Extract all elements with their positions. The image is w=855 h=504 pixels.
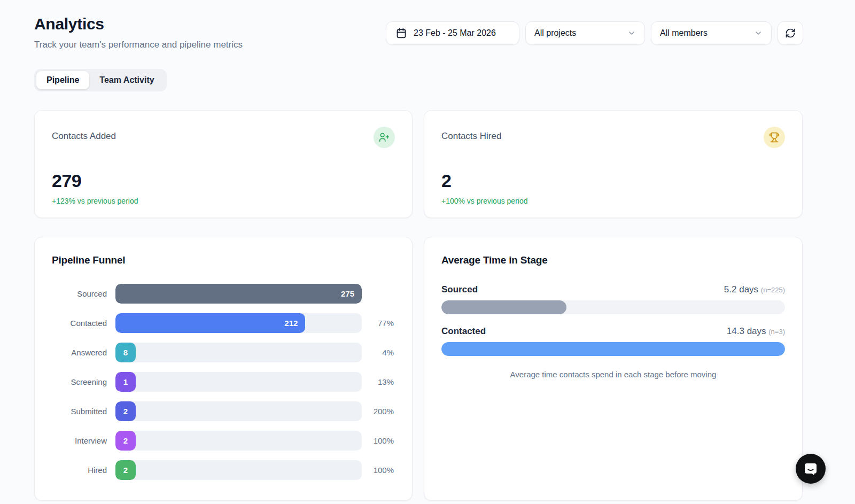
funnel-bar-track: 212 xyxy=(115,313,362,333)
time-stages: Sourced 5.2 days (n=225) Contacted 14.3 … xyxy=(441,284,785,356)
funnel-bar[interactable]: 8 xyxy=(115,343,136,362)
pipeline-funnel-card: Pipeline Funnel Sourced 275 Contacted 21… xyxy=(34,237,413,501)
refresh-icon xyxy=(785,28,796,38)
chevron-down-icon xyxy=(754,29,763,37)
funnel-bar[interactable]: 1 xyxy=(115,372,136,392)
time-stage: Sourced 5.2 days (n=225) xyxy=(441,284,785,314)
time-stage: Contacted 14.3 days (n=3) xyxy=(441,326,785,356)
time-stage-sample-size: (n=225) xyxy=(761,286,785,294)
funnel-stage-label: Submitted xyxy=(52,407,107,416)
chat-widget-button[interactable] xyxy=(796,454,826,484)
members-filter-value: All members xyxy=(660,28,708,38)
funnel-rows: Sourced 275 Contacted 212 77% Answered 8… xyxy=(52,284,395,480)
funnel-stage-label: Interview xyxy=(52,436,107,445)
funnel-stage-label: Sourced xyxy=(52,289,107,298)
analytics-page: Analytics Track your team's performance … xyxy=(0,0,855,504)
funnel-stage-label: Contacted xyxy=(52,319,107,328)
date-range-button[interactable]: 23 Feb - 25 Mar 2026 xyxy=(386,21,519,45)
user-plus-icon xyxy=(374,127,395,148)
funnel-bar[interactable]: 2 xyxy=(115,431,136,451)
time-bar-track xyxy=(441,342,785,356)
stat-delta: +123% vs previous period xyxy=(52,197,395,205)
members-filter-select[interactable]: All members xyxy=(651,21,772,45)
time-stage-label: Contacted xyxy=(441,326,486,337)
funnel-row: Sourced 275 xyxy=(52,284,395,304)
page-title: Analytics xyxy=(34,15,104,33)
view-tabs: Pipeline Team Activity xyxy=(34,69,167,91)
header-controls: 23 Feb - 25 Mar 2026 All projects All me… xyxy=(386,21,803,45)
stat-label: Contacts Added xyxy=(52,127,116,142)
funnel-conversion-pct: 4% xyxy=(362,348,395,357)
funnel-bar-value: 275 xyxy=(341,289,354,298)
time-stage-sample-size: (n=3) xyxy=(768,328,785,336)
refresh-button[interactable] xyxy=(778,21,803,45)
funnel-row: Submitted 2 200% xyxy=(52,401,395,421)
funnel-bar-track: 8 xyxy=(115,343,362,362)
funnel-bar[interactable]: 2 xyxy=(115,460,136,480)
funnel-bar-value: 2 xyxy=(123,407,128,416)
funnel-bar[interactable]: 275 xyxy=(115,284,362,304)
funnel-bar-track: 275 xyxy=(115,284,362,304)
funnel-bar-value: 1 xyxy=(123,377,128,386)
time-stage-value: 5.2 days (n=225) xyxy=(724,284,785,295)
funnel-row: Interview 2 100% xyxy=(52,431,395,451)
tab-team-activity[interactable]: Team Activity xyxy=(89,71,164,89)
stat-value: 2 xyxy=(441,170,785,191)
funnel-conversion-pct: 200% xyxy=(362,407,395,416)
funnel-conversion-pct: 13% xyxy=(362,377,395,386)
time-stage-label: Sourced xyxy=(441,284,478,295)
funnel-bar-track: 2 xyxy=(115,401,362,421)
funnel-bar-value: 212 xyxy=(284,319,298,328)
chevron-down-icon xyxy=(627,29,636,37)
time-bar[interactable] xyxy=(441,300,566,314)
funnel-conversion-pct: 100% xyxy=(362,436,395,445)
stat-delta: +100% vs previous period xyxy=(441,197,785,205)
stat-label: Contacts Hired xyxy=(441,127,501,142)
funnel-bar-track: 1 xyxy=(115,372,362,392)
contacts-added-card: Contacts Added 279 +123% vs previous per… xyxy=(34,110,413,218)
contacts-hired-card: Contacts Hired 2 +100% vs previous perio… xyxy=(424,110,803,218)
funnel-bar[interactable]: 212 xyxy=(115,313,305,333)
time-card-title: Average Time in Stage xyxy=(441,254,785,266)
funnel-bar-value: 2 xyxy=(123,466,128,475)
time-card-caption: Average time contacts spend in each stag… xyxy=(441,370,785,379)
funnel-bar-value: 8 xyxy=(123,348,128,357)
funnel-stage-label: Hired xyxy=(52,466,107,475)
calendar-icon xyxy=(396,28,407,38)
funnel-row: Answered 8 4% xyxy=(52,343,395,362)
funnel-stage-label: Answered xyxy=(52,348,107,357)
stat-value: 279 xyxy=(52,170,395,191)
funnel-bar-track: 2 xyxy=(115,431,362,451)
page-subtitle: Track your team's performance and pipeli… xyxy=(34,40,243,50)
tab-pipeline[interactable]: Pipeline xyxy=(36,71,89,89)
average-time-card: Average Time in Stage Sourced 5.2 days (… xyxy=(424,237,803,501)
projects-filter-value: All projects xyxy=(534,28,576,38)
funnel-stage-label: Screening xyxy=(52,377,107,386)
projects-filter-select[interactable]: All projects xyxy=(525,21,645,45)
funnel-row: Screening 1 13% xyxy=(52,372,395,392)
trophy-icon xyxy=(764,127,785,148)
funnel-card-title: Pipeline Funnel xyxy=(52,254,395,266)
time-bar[interactable] xyxy=(441,342,785,356)
date-range-label: 23 Feb - 25 Mar 2026 xyxy=(414,28,496,38)
funnel-row: Hired 2 100% xyxy=(52,460,395,480)
time-stage-value: 14.3 days (n=3) xyxy=(727,326,785,337)
messenger-icon xyxy=(803,461,818,476)
time-bar-track xyxy=(441,300,785,314)
funnel-bar-value: 2 xyxy=(123,436,128,445)
funnel-conversion-pct: 100% xyxy=(362,466,395,475)
funnel-conversion-pct: 77% xyxy=(362,319,395,328)
funnel-bar-track: 2 xyxy=(115,460,362,480)
funnel-bar[interactable]: 2 xyxy=(115,401,136,421)
funnel-row: Contacted 212 77% xyxy=(52,313,395,333)
